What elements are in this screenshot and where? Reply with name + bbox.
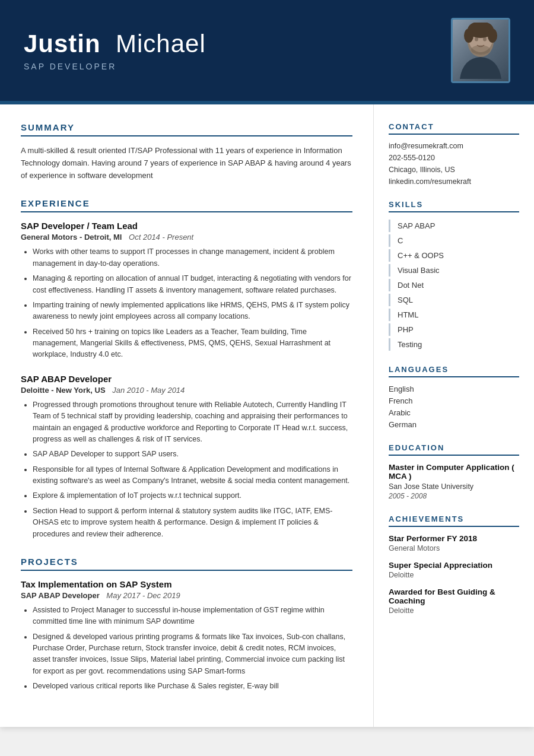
projects-title: PROJECTS bbox=[21, 557, 352, 571]
achievement-1: Star Performer FY 2018 General Motors bbox=[389, 534, 519, 552]
job-1-company: General Motors - Detroit, MI bbox=[21, 233, 122, 242]
header-title: SAP DEVELOPER bbox=[24, 62, 451, 71]
list-item: Received 50 hrs + training on topics lik… bbox=[33, 326, 352, 361]
job-1-title: SAP Developer / Team Lead bbox=[21, 221, 352, 231]
achievement-3: Awarded for Best Guiding & Coaching Delo… bbox=[389, 587, 519, 615]
right-column: CONTACT info@resumekraft.com 202-555-012… bbox=[374, 104, 534, 727]
edu-degree: Master in Computer Application ( MCA ) bbox=[389, 463, 519, 481]
svg-point-3 bbox=[464, 28, 473, 43]
avatar-svg bbox=[457, 23, 504, 79]
list-item: Progressed through promotions throughout… bbox=[33, 399, 352, 446]
skill-item: C bbox=[389, 234, 519, 247]
header-name: Justin Michael bbox=[24, 30, 451, 58]
experience-section: EXPERIENCE SAP Developer / Team Lead Gen… bbox=[21, 198, 352, 540]
achievement-2: Super Special Appreciation Deloitte bbox=[389, 561, 519, 579]
achievements-title: ACHIEVEMENTS bbox=[389, 514, 519, 527]
header: Justin Michael SAP DEVELOPER bbox=[0, 0, 534, 101]
skill-item: HTML bbox=[389, 309, 519, 321]
list-item: SAP ABAP Developer to support SAP users. bbox=[33, 449, 352, 460]
skill-item: Dot Net bbox=[389, 279, 519, 291]
svg-point-5 bbox=[475, 37, 478, 41]
project-1-meta: SAP ABAP Developer May 2017 - Dec 2019 bbox=[21, 591, 352, 600]
job-2-company: Deloitte - New York, US bbox=[21, 386, 106, 395]
photo-placeholder bbox=[453, 20, 508, 81]
job-1: SAP Developer / Team Lead General Motors… bbox=[21, 221, 352, 360]
project-1-bullets: Assisted to Project Manager to successfu… bbox=[21, 605, 352, 693]
list-item: Explore & implementation of IoT projects… bbox=[33, 490, 352, 501]
job-1-dates: Oct 2014 - Present bbox=[129, 233, 193, 242]
experience-title: EXPERIENCE bbox=[21, 198, 352, 212]
first-name: Justin bbox=[24, 30, 101, 58]
language-item: English bbox=[389, 385, 519, 393]
header-left: Justin Michael SAP DEVELOPER bbox=[24, 30, 451, 71]
resume-container: Justin Michael SAP DEVELOPER bbox=[0, 0, 534, 727]
summary-text: A multi-skilled & result oriented IT/SAP… bbox=[21, 145, 352, 182]
skill-item: SAP ABAP bbox=[389, 220, 519, 232]
job-2-dates: Jan 2010 - May 2014 bbox=[112, 386, 185, 395]
contact-email: info@resumekraft.com bbox=[389, 142, 519, 150]
skill-item: Testing bbox=[389, 338, 519, 351]
skills-title: SKILLS bbox=[389, 200, 519, 212]
list-item: Designed & developed various printing pr… bbox=[33, 631, 352, 678]
achievement-2-title: Super Special Appreciation bbox=[389, 561, 519, 570]
edu-year: 2005 - 2008 bbox=[389, 492, 519, 500]
achievements-section: ACHIEVEMENTS Star Performer FY 2018 Gene… bbox=[389, 514, 519, 615]
achievement-3-title: Awarded for Best Guiding & Coaching bbox=[389, 587, 519, 605]
projects-section: PROJECTS Tax Implementation on SAP Syste… bbox=[21, 557, 352, 693]
language-item: German bbox=[389, 420, 519, 429]
contact-section: CONTACT info@resumekraft.com 202-555-012… bbox=[389, 122, 519, 186]
list-item: Managing & reporting on allocation of an… bbox=[33, 273, 352, 296]
achievement-3-org: Deloitte bbox=[389, 606, 519, 615]
skills-section: SKILLS SAP ABAP C C++ & OOPS Visual Basi… bbox=[389, 200, 519, 351]
skill-item: Visual Basic bbox=[389, 264, 519, 277]
svg-point-4 bbox=[488, 28, 497, 43]
skill-item: C++ & OOPS bbox=[389, 249, 519, 262]
achievement-1-title: Star Performer FY 2018 bbox=[389, 534, 519, 543]
job-2-title: SAP ABAP Developer bbox=[21, 374, 352, 384]
languages-section: LANGUAGES English French Arabic German bbox=[389, 365, 519, 429]
svg-point-6 bbox=[483, 37, 487, 41]
skill-item: SQL bbox=[389, 294, 519, 306]
project-1-role: SAP ABAP Developer bbox=[21, 591, 100, 600]
summary-title: SUMMARY bbox=[21, 122, 352, 136]
list-item: Assisted to Project Manager to successfu… bbox=[33, 605, 352, 628]
languages-title: LANGUAGES bbox=[389, 365, 519, 377]
contact-phone: 202-555-0120 bbox=[389, 154, 519, 162]
contact-title: CONTACT bbox=[389, 122, 519, 135]
project-1-title: Tax Implementation on SAP System bbox=[21, 579, 352, 589]
job-2-bullets: Progressed through promotions throughout… bbox=[21, 399, 352, 540]
left-column: SUMMARY A multi-skilled & result oriente… bbox=[0, 104, 374, 727]
project-1-dates: May 2017 - Dec 2019 bbox=[106, 591, 180, 600]
profile-photo bbox=[451, 18, 510, 83]
education-section: EDUCATION Master in Computer Application… bbox=[389, 443, 519, 500]
list-item: Responsible for all types of Internal So… bbox=[33, 464, 352, 487]
svg-point-7 bbox=[471, 45, 490, 55]
job-1-bullets: Works with other teams to support IT pro… bbox=[21, 246, 352, 360]
job-2: SAP ABAP Developer Deloitte - New York, … bbox=[21, 374, 352, 540]
job-2-meta: Deloitte - New York, US Jan 2010 - May 2… bbox=[21, 386, 352, 395]
edu-school: San Jose State University bbox=[389, 482, 519, 491]
language-item: French bbox=[389, 396, 519, 405]
list-item: Imparting training of newly implemented … bbox=[33, 300, 352, 323]
education-title: EDUCATION bbox=[389, 443, 519, 456]
job-1-meta: General Motors - Detroit, MI Oct 2014 - … bbox=[21, 233, 352, 242]
language-item: Arabic bbox=[389, 408, 519, 417]
skill-item: PHP bbox=[389, 323, 519, 336]
achievement-2-org: Deloitte bbox=[389, 571, 519, 579]
contact-location: Chicago, Illinois, US bbox=[389, 166, 519, 174]
achievement-1-org: General Motors bbox=[389, 544, 519, 552]
list-item: Developed various critical reports like … bbox=[33, 681, 352, 692]
list-item: Works with other teams to support IT pro… bbox=[33, 246, 352, 269]
project-1: Tax Implementation on SAP System SAP ABA… bbox=[21, 579, 352, 693]
contact-linkedin: linkedin.com/resumekraft bbox=[389, 177, 519, 186]
last-name: Michael bbox=[116, 30, 206, 58]
summary-section: SUMMARY A multi-skilled & result oriente… bbox=[21, 122, 352, 182]
list-item: Section Head to support & perform intern… bbox=[33, 506, 352, 540]
education-item-1: Master in Computer Application ( MCA ) S… bbox=[389, 463, 519, 500]
body: SUMMARY A multi-skilled & result oriente… bbox=[0, 104, 534, 727]
